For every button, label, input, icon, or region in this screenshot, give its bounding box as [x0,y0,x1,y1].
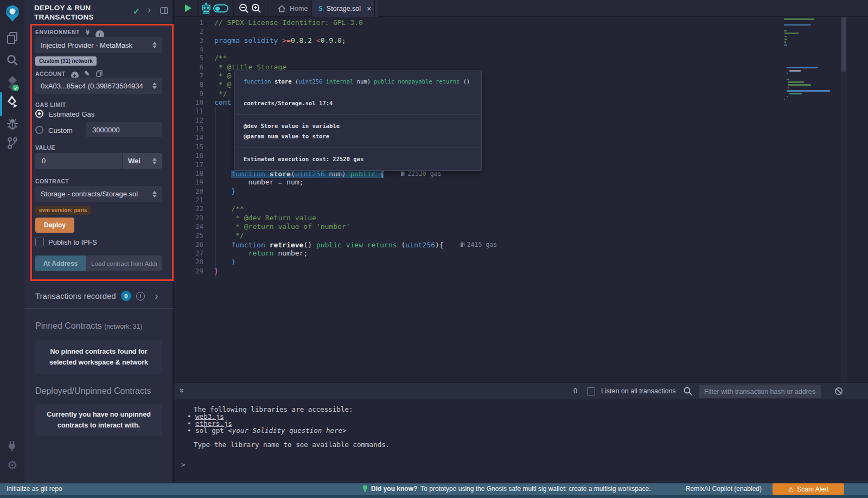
check-icon: ✓ [133,7,140,16]
terminal-prompt[interactable]: > [181,461,186,469]
listen-all-label: Listen on all transactions [601,387,676,395]
search-icon[interactable] [0,54,24,66]
info-icon[interactable]: i [136,292,145,301]
divider [24,308,174,309]
stepper-icon [152,158,157,164]
value-unit-select[interactable]: Wei [123,153,162,169]
line-number: 28 [175,258,203,266]
code-line[interactable]: */ [214,231,497,240]
custom-gas-radio[interactable] [35,126,43,134]
scam-alert-button[interactable]: ⚠ Scam Alert [773,483,844,495]
warning-icon: ⚠ [788,486,794,493]
zoom-in-icon[interactable] [251,3,261,14]
minimap[interactable] [784,18,838,101]
copilot-toggle[interactable] [213,4,228,12]
terminal-footer-line: Type the library name to see available c… [194,440,390,449]
listen-all-checkbox[interactable] [587,387,595,395]
code-line[interactable]: } [214,267,497,276]
code-line[interactable]: /** [214,54,497,62]
line-number: 4 [175,45,203,54]
code-line[interactable]: /** [214,205,497,213]
code-line[interactable]: number = num; [214,178,497,187]
pinned-contracts-empty: No pinned contracts found for selected w… [35,340,162,374]
code-editor[interactable]: 1234567891011121314151617181920212223242… [175,17,868,382]
code-line[interactable]: } [214,258,497,266]
network-badge: Custom (31) network [35,56,97,66]
terminal-tx-count: 0 [573,387,577,395]
value-label: VALUE [35,144,55,151]
code-line[interactable]: pragma solidity >=0.8.2 <0.9.0; [214,36,497,45]
line-number: 20 [175,187,203,196]
code-line[interactable]: * @dev Return value [214,214,497,222]
tooltip-signature: function store (uint256 internal num) pu… [235,71,481,92]
copy-account-icon[interactable] [96,70,103,77]
line-number: 5 [175,54,203,62]
custom-gas-input[interactable] [86,122,162,137]
publish-ipfs-checkbox[interactable] [35,238,44,246]
account-select[interactable]: 0xA03...85ac4 (0.398673504934 [35,78,162,94]
settings-gear-icon[interactable]: ⚙ [0,458,24,473]
collapse-terminal-icon[interactable]: » [178,388,187,391]
line-number: 8 [175,80,203,89]
editor-toolbar: Home S Storage.sol × [175,0,868,17]
estimated-gas-radio[interactable] [35,110,43,118]
remix-logo-icon[interactable] [0,4,24,23]
ai-copilot-robot-icon[interactable] [201,3,212,14]
tab-home[interactable]: Home [271,0,314,17]
deployed-contracts-empty: Currently you have no unpinned contracts… [35,404,162,436]
copilot-status[interactable]: RemixAI Copilot (enabled) [686,485,762,493]
code-line[interactable]: } [214,187,497,196]
clear-terminal-icon[interactable] [834,387,843,395]
contract-select[interactable]: Storage - contracts/Storage.sol [35,186,162,202]
terminal[interactable]: The following libraries are accessible: … [175,400,868,483]
file-explorer-icon[interactable] [0,31,24,44]
terminal-bar: » 0 Listen on all transactions [175,382,868,399]
run-script-button[interactable] [185,4,192,12]
line-number: 16 [175,151,203,160]
code-line[interactable] [214,45,497,54]
stepper-icon [152,191,157,197]
plugin-manager-icon[interactable] [0,439,24,452]
code-line[interactable]: // SPDX-License-Identifier: GPL-3.0 [214,18,497,27]
scrollbar-thumb[interactable] [841,17,846,72]
line-number: 23 [175,214,203,222]
expand-chevron-icon[interactable]: › [148,4,151,16]
line-number: 19 [175,178,203,187]
status-strip [0,495,868,498]
git-init-status[interactable]: Initialize as git repo [7,485,62,493]
line-number: 27 [175,249,203,258]
tab-storage-sol[interactable]: S Storage.sol × [312,0,378,17]
deploy-button[interactable]: Deploy [35,218,74,233]
at-address-button[interactable]: At Address [35,256,86,271]
debugger-icon[interactable] [0,118,24,130]
solidity-file-icon: S [318,4,323,12]
code-line[interactable]: return number; [214,249,497,258]
estimated-gas-label: Estimated Gas [48,110,94,118]
gas-limit-label: GAS LIMIT [35,101,66,108]
value-input[interactable] [35,153,122,169]
code-line[interactable] [214,196,497,205]
solidity-compiler-icon[interactable] [0,75,24,92]
line-number: 25 [175,231,203,240]
pin-panel-icon[interactable] [160,7,168,14]
code-line[interactable]: function retrieve() public view returns … [214,240,497,249]
sign-message-icon[interactable]: ✎ [84,69,90,78]
line-number: 10 [175,98,203,107]
line-number: 2 [175,27,203,36]
stepper-icon [152,42,157,48]
line-number: 24 [175,222,203,231]
deploy-run-icon[interactable] [0,95,24,109]
environment-select[interactable]: Injected Provider - MetaMask [35,37,162,53]
close-tab-icon[interactable]: × [367,4,372,13]
transactions-expand-chevron-icon[interactable]: › [155,290,158,302]
line-number: 18 [175,169,203,178]
terminal-filter-input[interactable] [699,385,821,398]
editor-scrollbar[interactable] [841,17,847,382]
git-icon[interactable] [0,137,24,150]
transactions-recorded-row: Transactions recorded 0 i [35,291,145,301]
code-line[interactable] [214,27,497,36]
terminal-search-icon [684,387,692,395]
at-address-input[interactable] [86,256,162,271]
zoom-out-icon[interactable] [239,3,249,14]
code-line[interactable]: * @return value of 'number' [214,222,497,231]
